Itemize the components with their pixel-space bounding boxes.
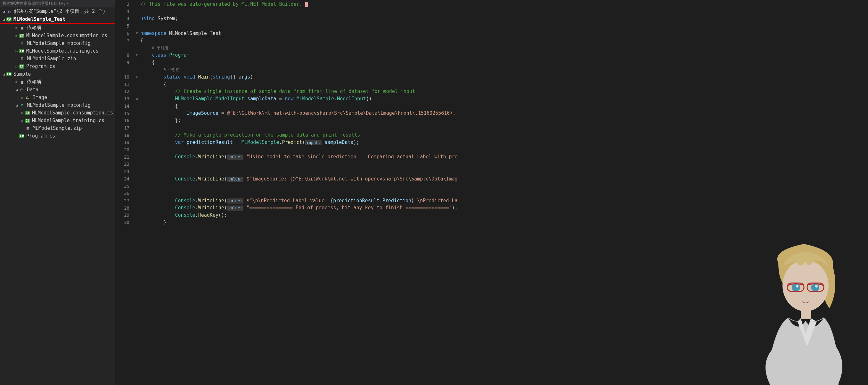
- tree-label: MLModelSample.consumption.cs: [32, 110, 113, 116]
- line-number-gutter: 234567 89 101112131415161718192021222324…: [115, 0, 134, 385]
- solution-label: 解决方案"Sample"(2 个项目，共 2 个): [14, 8, 105, 14]
- file-icon: 🗎: [25, 126, 31, 131]
- csharp-icon: C#: [25, 111, 30, 115]
- csharp-icon: C#: [19, 34, 24, 38]
- folder-node[interactable]: ▷ 🗀 Image: [0, 94, 115, 101]
- file-node[interactable]: ▷ C# MLModelSample.consumption.cs: [0, 109, 115, 117]
- dependencies-icon: ▦: [19, 25, 25, 30]
- tree-label: MLModelSample.training.cs: [32, 118, 104, 123]
- chevron-right-icon: ▷: [14, 80, 19, 84]
- dependencies-icon: ▦: [19, 80, 25, 85]
- csharp-icon: C#: [19, 49, 24, 53]
- code-area[interactable]: // This file was auto-generated by ML.NE…: [140, 0, 868, 385]
- project-label: Sample: [13, 71, 31, 77]
- file-node[interactable]: ◢ ⚙ MLModelSample.mbconfig: [0, 101, 115, 109]
- tree-label: Program.cs: [26, 133, 55, 139]
- tree-label: 依赖项: [27, 25, 41, 31]
- tree-label: MLModelSample.consumption.cs: [26, 33, 107, 38]
- file-icon: 🗎: [19, 56, 25, 61]
- folder-node[interactable]: ◢ 🗀 Data: [0, 86, 115, 94]
- project-label: MLModelSample_Test: [13, 16, 66, 22]
- csharp-icon: C#: [25, 119, 30, 123]
- tree-label: MLModelSample.zip: [27, 56, 76, 62]
- file-node[interactable]: ⚙ MLModelSample.mbconfig: [0, 39, 115, 47]
- chevron-down-icon: ◢: [1, 72, 6, 76]
- csproj-icon: C#: [6, 17, 11, 22]
- chevron-right-icon: ▷: [14, 64, 19, 68]
- dependencies-node[interactable]: ▷ ▦ 依赖项: [0, 24, 115, 32]
- chevron-right-icon: ▷: [20, 119, 25, 123]
- csharp-icon: C#: [19, 64, 24, 68]
- search-placeholder[interactable]: 搜索解决方案资源管理器(Ctrl+;): [0, 0, 115, 7]
- chevron-down-icon: ◢: [1, 17, 6, 22]
- file-node[interactable]: ▷ C# Program.cs: [0, 62, 115, 70]
- code-editor[interactable]: 234567 89 101112131415161718192021222324…: [115, 0, 868, 385]
- solution-node[interactable]: ◢ ◧ 解决方案"Sample"(2 个项目，共 2 个): [0, 7, 115, 16]
- chevron-right-icon: ▷: [20, 95, 25, 100]
- folder-icon: 🗀: [19, 87, 25, 92]
- fold-column[interactable]: ⊟ ⊟ ⊟ ⊟: [134, 0, 140, 385]
- chevron-right-icon: ▷: [14, 34, 19, 38]
- file-node[interactable]: 🗎 MLModelSample.zip: [0, 55, 115, 62]
- tree-label: 依赖项: [27, 79, 41, 85]
- config-icon: ⚙: [19, 41, 25, 46]
- chevron-right-icon: ▷: [14, 26, 19, 30]
- file-node[interactable]: C# Program.cs: [0, 132, 115, 140]
- tree-label: MLModelSample.zip: [33, 125, 82, 131]
- csproj-icon: C#: [6, 72, 11, 76]
- tree-label: Data: [27, 87, 38, 93]
- project-node-mlmodelsample-test[interactable]: ◢ C# MLModelSample_Test: [0, 16, 115, 24]
- solution-explorer: 搜索解决方案资源管理器(Ctrl+;) ◢ ◧ 解决方案"Sample"(2 个…: [0, 0, 115, 385]
- tree-label: MLModelSample.mbconfig: [27, 40, 91, 46]
- chevron-down-icon: ◢: [1, 9, 6, 13]
- chevron-down-icon: ◢: [14, 103, 19, 108]
- file-node[interactable]: ▷ C# MLModelSample.consumption.cs: [0, 32, 115, 39]
- tree-label: Program.cs: [26, 63, 55, 69]
- folder-icon: 🗀: [25, 95, 31, 100]
- file-node[interactable]: 🗎 MLModelSample.zip: [0, 124, 115, 132]
- file-node[interactable]: ▷ C# MLModelSample.training.cs: [0, 117, 115, 124]
- chevron-right-icon: ▷: [20, 111, 25, 115]
- csharp-icon: C#: [19, 134, 24, 138]
- project-node-sample[interactable]: ◢ C# Sample: [0, 70, 115, 78]
- tree-label: MLModelSample.training.cs: [26, 48, 99, 54]
- tree-label: Image: [33, 95, 47, 100]
- dependencies-node[interactable]: ▷ ▦ 依赖项: [0, 78, 115, 86]
- file-node[interactable]: ▷ C# MLModelSample.training.cs: [0, 47, 115, 55]
- chevron-down-icon: ◢: [14, 88, 19, 92]
- chevron-right-icon: ▷: [14, 49, 19, 53]
- solution-icon: ◧: [6, 9, 12, 14]
- tree-label: MLModelSample.mbconfig: [27, 102, 91, 108]
- config-icon: ⚙: [19, 102, 25, 108]
